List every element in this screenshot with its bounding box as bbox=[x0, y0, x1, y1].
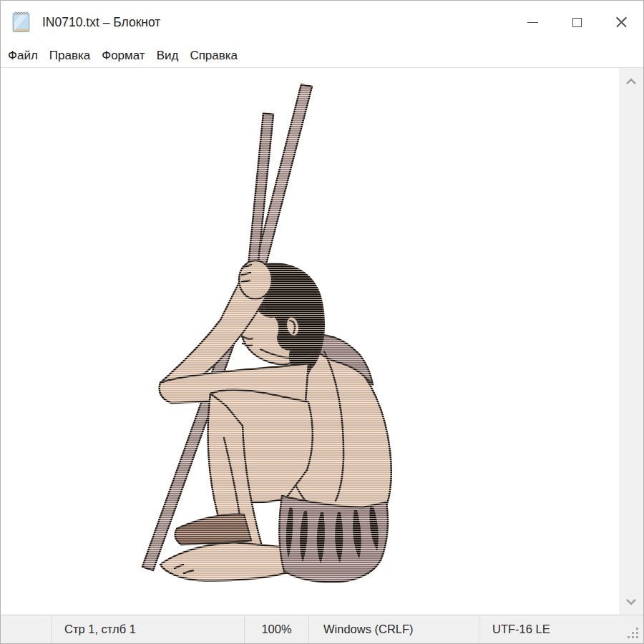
minimize-button[interactable] bbox=[510, 1, 555, 44]
menu-view[interactable]: Вид bbox=[151, 47, 185, 65]
menu-help[interactable]: Справка bbox=[184, 47, 243, 65]
text-area[interactable] bbox=[1, 67, 643, 615]
status-cursor-position: Стр 1, стлб 1 bbox=[51, 615, 244, 643]
vertical-scrollbar[interactable] bbox=[619, 68, 643, 615]
close-button[interactable] bbox=[599, 1, 643, 44]
menubar: Файл Правка Формат Вид Справка bbox=[1, 44, 643, 67]
chevron-down-icon bbox=[625, 598, 637, 605]
minimize-icon bbox=[527, 22, 538, 23]
window-title: IN0710.txt – Блокнот bbox=[42, 15, 160, 30]
maximize-icon bbox=[572, 18, 582, 27]
scroll-down-button[interactable] bbox=[619, 588, 643, 615]
notepad-icon bbox=[8, 9, 35, 36]
status-zoom-level: 100% bbox=[244, 615, 308, 643]
scroll-up-button[interactable] bbox=[619, 68, 643, 95]
chevron-up-icon bbox=[625, 78, 637, 85]
resize-grip-icon[interactable] bbox=[627, 627, 638, 638]
menu-file[interactable]: Файл bbox=[8, 47, 44, 65]
status-line-ending: Windows (CRLF) bbox=[308, 615, 479, 643]
notepad-content-illustration bbox=[1, 68, 616, 615]
menu-edit[interactable]: Правка bbox=[44, 47, 96, 65]
window-controls bbox=[510, 1, 643, 44]
close-icon bbox=[615, 16, 628, 29]
menu-format[interactable]: Формат bbox=[96, 47, 150, 65]
statusbar: Стр 1, стлб 1 100% Windows (CRLF) UTF-16… bbox=[1, 615, 643, 643]
notepad-window: IN0710.txt – Блокнот Файл Правка Формат … bbox=[0, 0, 644, 644]
status-encoding: UTF-16 LE bbox=[479, 615, 643, 643]
maximize-button[interactable] bbox=[555, 1, 599, 44]
status-empty-cell bbox=[1, 615, 51, 643]
titlebar[interactable]: IN0710.txt – Блокнот bbox=[1, 1, 643, 44]
